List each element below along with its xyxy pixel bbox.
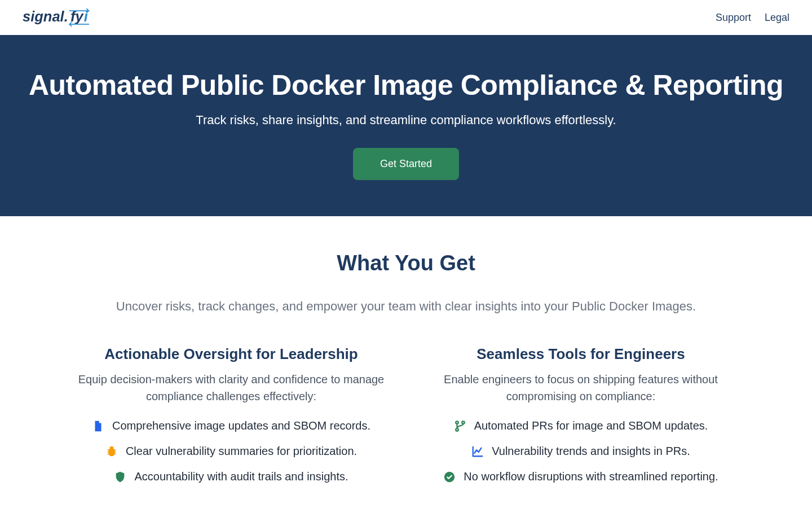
list-item: Automated PRs for image and SBOM updates… bbox=[423, 419, 739, 432]
hero-title: Automated Public Docker Image Compliance… bbox=[23, 69, 789, 102]
nav: Support Legal bbox=[716, 12, 789, 24]
feature-text: Automated PRs for image and SBOM updates… bbox=[474, 419, 708, 432]
leadership-desc: Equip decision-makers with clarity and c… bbox=[73, 371, 389, 405]
shield-icon bbox=[114, 471, 126, 483]
check-circle-icon bbox=[443, 471, 456, 483]
leadership-column: Actionable Oversight for Leadership Equi… bbox=[73, 345, 389, 496]
nav-legal[interactable]: Legal bbox=[765, 12, 789, 24]
header: signal. fy i Support Legal bbox=[0, 0, 812, 35]
engineers-list: Automated PRs for image and SBOM updates… bbox=[423, 419, 739, 483]
svg-text:signal.: signal. bbox=[23, 8, 68, 24]
file-icon bbox=[92, 420, 104, 432]
feature-text: Comprehensive image updates and SBOM rec… bbox=[112, 419, 370, 432]
leadership-title: Actionable Oversight for Leadership bbox=[73, 345, 389, 363]
feature-text: Accountability with audit trails and ins… bbox=[134, 470, 348, 483]
bug-icon bbox=[105, 445, 118, 458]
list-item: Vulnerability trends and insights in PRs… bbox=[423, 445, 739, 458]
list-item: Clear vulnerability summaries for priori… bbox=[73, 445, 389, 458]
chart-icon bbox=[471, 445, 484, 458]
hero: Automated Public Docker Image Compliance… bbox=[0, 35, 812, 216]
section-subtitle: Uncover risks, track changes, and empowe… bbox=[45, 299, 767, 314]
list-item: Comprehensive image updates and SBOM rec… bbox=[73, 419, 389, 432]
columns: Actionable Oversight for Leadership Equi… bbox=[45, 345, 767, 496]
feature-text: Vulnerability trends and insights in PRs… bbox=[492, 445, 690, 458]
feature-text: Clear vulnerability summaries for priori… bbox=[126, 445, 357, 458]
engineers-title: Seamless Tools for Engineers bbox=[423, 345, 739, 363]
list-item: No workflow disruptions with streamlined… bbox=[423, 470, 739, 483]
what-you-get-section: What You Get Uncover risks, track change… bbox=[0, 216, 812, 508]
logo-link[interactable]: signal. fy i bbox=[23, 8, 104, 27]
leadership-list: Comprehensive image updates and SBOM rec… bbox=[73, 419, 389, 483]
hero-subtitle: Track risks, share insights, and streaml… bbox=[23, 113, 789, 128]
nav-support[interactable]: Support bbox=[716, 12, 751, 24]
logo-icon: signal. fy i bbox=[23, 8, 104, 27]
engineers-column: Seamless Tools for Engineers Enable engi… bbox=[423, 345, 739, 496]
section-title: What You Get bbox=[45, 251, 767, 275]
list-item: Accountability with audit trails and ins… bbox=[73, 470, 389, 483]
get-started-button[interactable]: Get Started bbox=[353, 148, 459, 180]
branch-icon bbox=[454, 420, 466, 432]
engineers-desc: Enable engineers to focus on shipping fe… bbox=[423, 371, 739, 405]
feature-text: No workflow disruptions with streamlined… bbox=[464, 470, 718, 483]
